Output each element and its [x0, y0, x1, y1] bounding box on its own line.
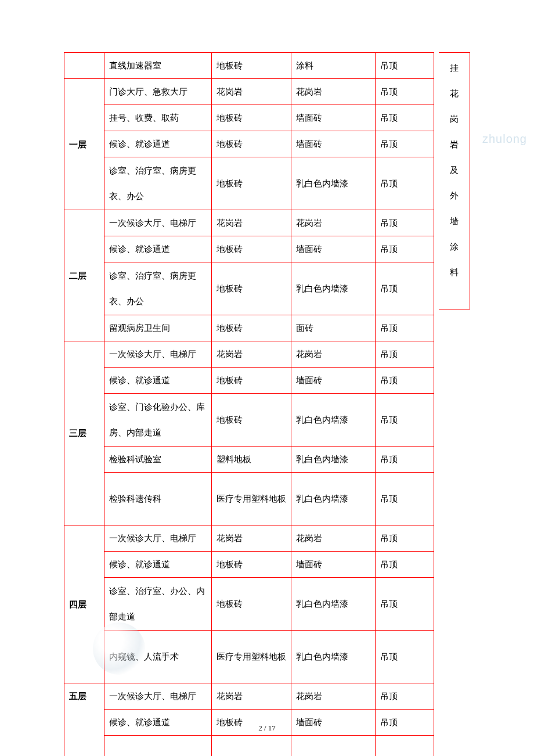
cell-text: 诊室、治疗室、病房更衣、办公	[109, 263, 207, 314]
table-row: 候诊、就诊通道地板砖墙面砖吊顶	[64, 552, 434, 578]
cell-text: 吊顶	[380, 113, 398, 123]
cell-text: 花岗岩	[296, 218, 322, 228]
cell-text: 候诊、就诊通道	[109, 560, 170, 569]
table-cell: 地板砖	[212, 394, 291, 447]
cell-text: 墙面砖	[296, 139, 322, 149]
cell-text: 吊顶	[380, 455, 398, 464]
cell-text: 候诊、就诊通道	[109, 139, 170, 149]
table-cell: 透析室及其他治疗处理间	[104, 736, 212, 757]
table-cell: 花岗岩	[212, 525, 291, 552]
table-cell: 乳白色内墙漆	[291, 578, 376, 631]
cell-text: 诊室、门诊化验办公、库房、内部走道	[109, 394, 207, 445]
cell-text: 吊顶	[380, 591, 398, 617]
cell-text: 吊顶	[380, 244, 398, 254]
cell-text: 地板砖	[217, 407, 243, 433]
cell-text: 乳白色内墙漆	[296, 171, 348, 196]
table-cell: 乳白色内墙漆	[291, 631, 376, 683]
cell-text: 吊顶	[380, 61, 398, 70]
table-cell: 墙面砖	[291, 368, 376, 394]
cell-text: 花岗岩	[217, 218, 243, 228]
cell-text: 墙面砖	[296, 376, 322, 385]
table-row: 透析室及其他治疗处理间地板砖乳白色内墙漆吊顶	[64, 736, 434, 757]
table-cell: 花岗岩	[212, 210, 291, 236]
table-row: 诊室、治疗室、办公、内部走道地板砖乳白色内墙漆吊顶	[64, 578, 434, 631]
cell-text: 吊顶	[380, 560, 398, 569]
table-layout: 直线加速器室地板砖涂料吊顶一层门诊大厅、急救大厅花岗岩花岗岩吊顶挂号、收费、取药…	[64, 52, 470, 756]
cell-text: 乳白色内墙漆	[296, 749, 348, 756]
floor-label: 一层	[69, 140, 86, 149]
cell-text: 乳白色内墙漆	[296, 455, 348, 464]
table-cell: 医疗专用塑料地板	[212, 631, 291, 683]
cell-text: 吊顶	[380, 218, 398, 228]
table-cell: 地板砖	[212, 368, 291, 394]
table-cell: 吊顶	[376, 157, 434, 210]
cell-text: 一次候诊大厅、电梯厅	[109, 692, 196, 701]
cell-text: 吊顶	[380, 87, 398, 96]
cell-text: 吊顶	[380, 407, 398, 433]
cell-text: 诊室、治疗室、病房更衣、办公	[109, 158, 207, 209]
table-cell: 候诊、就诊通道	[104, 368, 212, 394]
cell-text: 医疗专用塑料地板	[217, 644, 286, 669]
cell-text: 吊顶	[380, 692, 398, 701]
table-row: 诊室、门诊化验办公、库房、内部走道地板砖乳白色内墙漆吊顶	[64, 394, 434, 447]
cell-text: 检验科试验室	[109, 455, 161, 464]
table-row: 诊室、治疗室、病房更衣、办公地板砖乳白色内墙漆吊顶	[64, 157, 434, 210]
table-cell: 墙面砖	[291, 131, 376, 157]
cell-text: 内窥镜、人流手术	[109, 644, 179, 669]
cell-text: 吊顶	[380, 350, 398, 359]
table-row: 二层一次候诊大厅、电梯厅花岗岩花岗岩吊顶	[64, 210, 434, 236]
cell-text: 墙面砖	[296, 560, 322, 569]
table-cell: 吊顶	[376, 578, 434, 631]
cell-text: 直线加速器室	[109, 61, 161, 70]
cell-text: 地板砖	[217, 323, 243, 333]
table-cell: 吊顶	[376, 552, 434, 578]
side-column-char: 墙	[439, 208, 470, 234]
cell-text: 花岗岩	[217, 87, 243, 96]
table-cell: 乳白色内墙漆	[291, 157, 376, 210]
table-cell: 地板砖	[212, 552, 291, 578]
table-cell: 一次候诊大厅、电梯厅	[104, 683, 212, 710]
table-cell: 诊室、治疗室、办公、内部走道	[104, 578, 212, 631]
cell-text: 吊顶	[380, 534, 398, 543]
table-cell: 挂号、收费、取药	[104, 105, 212, 131]
table-cell: 地板砖	[212, 736, 291, 757]
table-cell: 诊室、治疗室、病房更衣、办公	[104, 157, 212, 210]
table-cell: 吊顶	[376, 683, 434, 710]
cell-text: 花岗岩	[217, 692, 243, 701]
table-row: 候诊、就诊通道地板砖墙面砖吊顶	[64, 236, 434, 262]
side-column-char: 岩	[439, 132, 470, 157]
table-row: 三层一次候诊大厅、电梯厅花岗岩花岗岩吊顶	[64, 341, 434, 368]
table-cell: 候诊、就诊通道	[104, 552, 212, 578]
side-column-char: 挂	[439, 55, 470, 81]
table-cell: 吊顶	[376, 736, 434, 757]
table-cell: 吊顶	[376, 131, 434, 157]
cell-text: 一次候诊大厅、电梯厅	[109, 218, 196, 228]
floor-label: 五层	[69, 692, 86, 701]
table-row: 候诊、就诊通道地板砖墙面砖吊顶	[64, 131, 434, 157]
cell-text: 门诊大厅、急救大厅	[109, 87, 187, 96]
table-cell: 吊顶	[376, 341, 434, 368]
cell-text: 花岗岩	[296, 534, 322, 543]
cell-text: 花岗岩	[296, 87, 322, 96]
cell-text: 地板砖	[217, 376, 243, 385]
cell-text: 吊顶	[380, 486, 398, 512]
cell-text: 一次候诊大厅、电梯厅	[109, 350, 196, 359]
cell-text: 乳白色内墙漆	[296, 407, 348, 433]
cell-text: 吊顶	[380, 323, 398, 333]
cell-text: 留观病房卫生间	[109, 323, 170, 333]
table-cell: 地板砖	[212, 157, 291, 210]
table-cell: 墙面砖	[291, 552, 376, 578]
cell-text: 吊顶	[380, 749, 398, 756]
table-cell: 涂料	[291, 53, 376, 79]
cell-text: 吊顶	[380, 139, 398, 149]
table-cell: 留观病房卫生间	[104, 315, 212, 341]
floor-cell: 二层	[64, 210, 104, 341]
table-cell: 吊顶	[376, 53, 434, 79]
cell-text: 地板砖	[217, 61, 243, 70]
table-cell: 吊顶	[376, 394, 434, 447]
floor-cell: 一层	[64, 79, 104, 210]
table-row: 检验科试验室塑料地板乳白色内墙漆吊顶	[64, 447, 434, 473]
cell-text: 乳白色内墙漆	[296, 276, 348, 301]
cell-text: 墙面砖	[296, 113, 322, 123]
watermark-text: zhulong	[482, 132, 527, 146]
